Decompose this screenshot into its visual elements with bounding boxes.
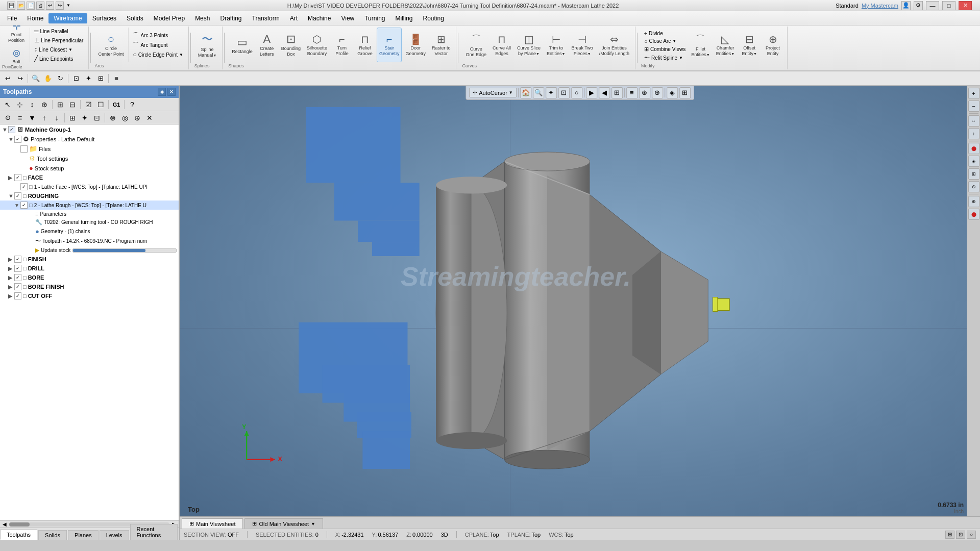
vp-tab-main[interactable]: ⊞ Main Viewsheet xyxy=(182,518,243,529)
rb-turn-profile[interactable]: ⌐ TurnProfile xyxy=(331,28,353,62)
tp-tb2-7[interactable]: ✦ xyxy=(79,112,90,123)
tp-tb-check[interactable]: ☑ xyxy=(83,99,94,110)
ts-rotate-btn[interactable]: ↻ xyxy=(55,73,66,84)
tree-drill-group[interactable]: ▶ ✓ □ DRILL xyxy=(0,264,179,273)
tree-stock-setup[interactable]: ● Stock setup xyxy=(0,163,179,173)
rb-create-letters[interactable]: A CreateLetters xyxy=(256,28,278,62)
vp-right-7[interactable]: ⊞ xyxy=(968,168,979,180)
rough-checkbox[interactable]: ✓ xyxy=(14,192,21,199)
tp-tb-collapse[interactable]: ⊟ xyxy=(67,99,78,110)
rb-door-geometry[interactable]: 🚪 DoorGeometry xyxy=(403,28,428,62)
tp-tb-move[interactable]: ↕ xyxy=(27,99,38,110)
ts-redo-btn[interactable]: ↪ xyxy=(14,73,26,84)
rb-curve-one-edge[interactable]: ⌒ CurveOne Edge xyxy=(463,28,489,62)
tab-toolpaths[interactable]: Toolpaths xyxy=(0,530,37,540)
borefinish-checkbox[interactable]: ✓ xyxy=(14,283,21,290)
qa-dropdown-btn[interactable]: ▼ xyxy=(65,2,71,10)
tp-tb2-10[interactable]: ◎ xyxy=(119,112,131,123)
tree-finish-group[interactable]: ▶ ✓ □ FINISH xyxy=(0,255,179,264)
tree-face-group[interactable]: ▶ ✓ □ FACE xyxy=(0,173,179,182)
rb-curve-slice-by-plane[interactable]: ◫ Curve Sliceby Plane▼ xyxy=(514,28,543,62)
tp-tb-cursor2[interactable]: ⊹ xyxy=(14,99,26,110)
tree-toolpath[interactable]: 〜 Toolpath - 14.2K - 6809-19.NC - Progra… xyxy=(0,236,179,246)
maximize-btn[interactable]: □ xyxy=(942,1,955,10)
rb-fillet-entities[interactable]: ⌒ FilletEntities▼ xyxy=(689,28,712,62)
rb-circle-center[interactable]: ○ CircleCenter Point xyxy=(95,28,126,62)
tp-tb2-12[interactable]: ✕ xyxy=(144,112,155,123)
rb-arc-3points[interactable]: ⌒ Arc 3 Points xyxy=(131,31,185,40)
vp-right-8[interactable]: ⊙ xyxy=(968,181,979,192)
menu-mesh[interactable]: Mesh xyxy=(190,13,215,23)
tab-levels[interactable]: Levels xyxy=(100,530,129,540)
menu-art[interactable]: Art xyxy=(285,13,303,23)
props-checkbox[interactable]: ✓ xyxy=(14,136,21,143)
rb-curve-all-edges[interactable]: ⊓ Curve AllEdges xyxy=(490,28,513,62)
tree-roughing-group[interactable]: ▼ ✓ □ ROUGHING xyxy=(0,191,179,201)
menu-file[interactable]: File xyxy=(2,13,22,23)
vp-tab-old-dd[interactable]: ▼ xyxy=(311,521,315,527)
rb-raster-vector[interactable]: ⊞ Raster toVector xyxy=(429,28,453,62)
sb-right-btns[interactable]: ⊞ ⊡ ○ xyxy=(945,531,976,539)
rb-break-two-pieces[interactable]: ⊣ Break TwoPieces▼ xyxy=(569,28,596,62)
ts-pan-btn[interactable]: ✋ xyxy=(42,73,54,84)
menu-routing[interactable]: Routing xyxy=(418,13,449,23)
tree-update-stock[interactable]: ▶ Update stock xyxy=(0,246,179,255)
faceop-checkbox[interactable]: ✓ xyxy=(20,183,28,190)
tp-tb2-2[interactable]: ≡ xyxy=(14,112,26,123)
tp-scroll-left[interactable]: ◀ xyxy=(1,521,8,527)
menu-view[interactable]: View xyxy=(336,13,359,23)
rb-refit-spline[interactable]: 〜 Refit Spline ▼ xyxy=(642,54,688,62)
sb-btn2[interactable]: ⊡ xyxy=(956,531,965,539)
rb-close-arc[interactable]: ○ Close Arc ▼ xyxy=(642,38,688,45)
rb-point-position[interactable]: ✛ PointPosition xyxy=(5,26,28,45)
rb-divide[interactable]: ÷ Divide xyxy=(642,30,688,37)
tp-dock-btn[interactable]: ◈ xyxy=(158,88,166,96)
tp-tb-cursor[interactable]: ↖ xyxy=(2,99,13,110)
menu-solids[interactable]: Solids xyxy=(121,13,149,23)
vp-prev-btn[interactable]: ◀ xyxy=(599,87,610,98)
tp-tb-g1[interactable]: G1 xyxy=(111,99,122,110)
vp-select-btn[interactable]: ⊡ xyxy=(558,87,570,98)
rb-join-entities[interactable]: ⇔ Join Entities/Modify Length xyxy=(597,28,632,62)
rb-chamfer-entities[interactable]: ◺ ChamferEntities▼ xyxy=(714,28,737,62)
tree-properties[interactable]: ▼ ✓ ⚙ Properties - Lathe Default xyxy=(0,134,179,144)
tree-bore-group[interactable]: ▶ ✓ □ BORE xyxy=(0,273,179,282)
tree-parameters[interactable]: ≡ Parameters xyxy=(0,210,179,218)
tp-tb2-9[interactable]: ⊛ xyxy=(107,112,118,123)
rb-relief-groove[interactable]: ⊓ ReliefGroove xyxy=(354,28,376,62)
menu-milling[interactable]: Milling xyxy=(390,13,418,23)
menu-transform[interactable]: Transform xyxy=(247,13,285,23)
rb-combine-views[interactable]: ⊞ Combine Views xyxy=(642,45,688,53)
tp-tb-expand[interactable]: ⊞ xyxy=(55,99,66,110)
rb-rectangle[interactable]: ▭ Rectangle xyxy=(229,28,255,62)
profile-icon[interactable]: 👤 xyxy=(901,1,911,10)
tp-tb2-3[interactable]: ▼ xyxy=(27,112,38,123)
rb-line-endpoints[interactable]: ╱ Line Endpoints xyxy=(32,55,85,63)
tp-tb2-8[interactable]: ⊡ xyxy=(91,112,103,123)
settings-icon[interactable]: ⚙ xyxy=(914,1,923,10)
ts-zoom-btn[interactable]: 🔍 xyxy=(30,73,41,84)
vp-right-3[interactable]: ↔ xyxy=(968,115,979,127)
tree-geometry[interactable]: ● Geometry - (1) chains xyxy=(0,227,179,236)
vp-right-9[interactable]: ⊕ xyxy=(968,196,979,207)
tree-face-op[interactable]: ✓ □ 1 - Lathe Face - [WCS: Top] - [Tplan… xyxy=(0,182,179,191)
minimize-btn[interactable]: — xyxy=(926,1,939,10)
tree-bore-finish-group[interactable]: ▶ ✓ □ BORE FINISH xyxy=(0,282,179,291)
vp-right-2[interactable]: − xyxy=(968,101,979,112)
rb-trim-to-entities[interactable]: ⊢ Trim toEntities▼ xyxy=(544,28,568,62)
vp-fit-btn[interactable]: 🏠 xyxy=(520,87,531,98)
vp-grid2-btn[interactable]: ⊞ xyxy=(679,87,691,98)
vp-right-6[interactable]: ◈ xyxy=(968,156,979,167)
vp-play-btn[interactable]: ▶ xyxy=(586,87,597,98)
vp-circle-btn[interactable]: ○ xyxy=(571,87,582,98)
bore-checkbox[interactable]: ✓ xyxy=(14,274,21,281)
vp-tab-old[interactable]: ⊞ Old Main Viewsheet ▼ xyxy=(244,518,323,529)
roughop-checkbox[interactable]: ✓ xyxy=(20,202,28,209)
redo-qa-btn[interactable]: ↪ xyxy=(56,2,64,10)
vp-right-5[interactable]: ⬤ xyxy=(968,143,979,154)
tp-tb2-6[interactable]: ⊞ xyxy=(67,112,78,123)
tree-tool-settings[interactable]: ⚙ Tool settings xyxy=(0,154,179,163)
tab-planes[interactable]: Planes xyxy=(68,530,99,540)
tp-tb-copy[interactable]: ⊕ xyxy=(39,99,50,110)
menu-home[interactable]: Home xyxy=(22,13,48,23)
